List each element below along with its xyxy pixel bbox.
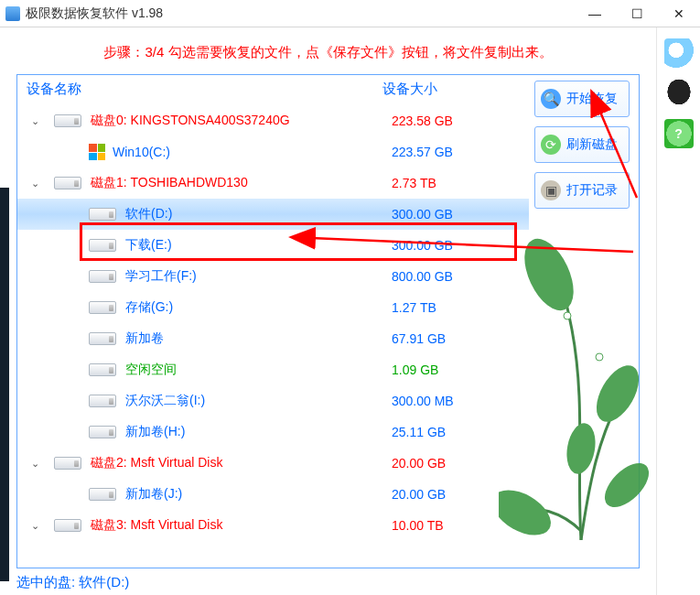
- tree-row[interactable]: 沃尔沃二翁(I:)300.00 MB: [17, 385, 529, 416]
- row-label: 磁盘0: KINGSTONSA400S37240G: [91, 113, 392, 129]
- minimize-button[interactable]: —: [574, 0, 616, 27]
- tree-row[interactable]: ⌄磁盘0: KINGSTONSA400S37240G223.58 GB: [17, 105, 529, 136]
- disk-icon: [89, 488, 116, 501]
- expander-icon: [28, 146, 41, 158]
- disk-icon: [89, 301, 116, 314]
- tree-row[interactable]: 空闲空间1.09 GB: [17, 354, 529, 385]
- row-label: 磁盘2: Msft Virtual Disk: [91, 455, 392, 471]
- tree-row[interactable]: 新加卷(J:)20.00 GB: [17, 479, 529, 510]
- column-device-size[interactable]: 设备大小: [382, 81, 520, 98]
- expander-icon: [28, 239, 41, 252]
- tree-header: 设备名称 设备大小: [17, 75, 529, 103]
- row-label: 空闲空间: [125, 362, 392, 378]
- window-title: 极限数据恢复软件 v1.98: [26, 5, 574, 22]
- row-size: 10.00 TB: [392, 518, 529, 533]
- app-icon: [5, 6, 20, 21]
- windows-logo-icon: [89, 144, 105, 160]
- expander-icon: [28, 208, 41, 221]
- row-size: 800.00 GB: [392, 269, 529, 284]
- row-size: 25.11 GB: [392, 425, 529, 439]
- disk-icon: [54, 457, 81, 470]
- sidebar-qq-icon[interactable]: [664, 79, 694, 108]
- titlebar: 极限数据恢复软件 v1.98 — ☐ ✕: [0, 0, 700, 27]
- expander-icon: [28, 488, 41, 501]
- expander-icon: [28, 332, 41, 345]
- row-label: 下载(E:): [125, 237, 392, 254]
- row-size: 67.91 GB: [392, 331, 529, 346]
- status-bar: 选中的盘: 软件(D:): [0, 568, 656, 595]
- disk-icon: [89, 332, 116, 345]
- sidebar-weibo-icon[interactable]: [664, 38, 694, 68]
- tree-row[interactable]: 软件(D:)300.00 GB: [17, 199, 529, 230]
- main-area: 步骤：3/4 勾选需要恢复的文件，点《保存文件》按钮，将文件复制出来。 设备名称…: [0, 27, 656, 595]
- row-label: 学习工作(F:): [125, 268, 392, 285]
- open-log-button[interactable]: ▣ 打开记录: [534, 172, 630, 209]
- row-size: 20.00 GB: [392, 487, 529, 502]
- refresh-disk-button[interactable]: ⟳ 刷新磁盘: [534, 126, 630, 163]
- start-recover-button[interactable]: 🔍 开始恢复: [534, 81, 630, 117]
- row-size: 1.09 GB: [392, 362, 529, 377]
- right-toolbar: ?: [656, 27, 700, 595]
- tree-row[interactable]: Win10(C:)223.57 GB: [17, 136, 529, 168]
- expander-icon[interactable]: ⌄: [28, 519, 41, 532]
- row-label: 存储(G:): [125, 299, 392, 316]
- disk-icon: [89, 395, 116, 407]
- close-button[interactable]: ✕: [658, 0, 700, 27]
- action-column: 🔍 开始恢复 ⟳ 刷新磁盘 ▣ 打开记录: [529, 75, 639, 568]
- tree-row[interactable]: 新加卷67.91 GB: [17, 323, 529, 354]
- device-tree-pane: 设备名称 设备大小 ⌄磁盘0: KINGSTONSA400S37240G223.…: [17, 75, 529, 568]
- row-label: 沃尔沃二翁(I:): [125, 393, 392, 409]
- row-size: 1.27 TB: [392, 300, 529, 315]
- row-size: 223.58 GB: [392, 114, 529, 128]
- row-size: 300.00 GB: [392, 207, 529, 222]
- disk-icon: [54, 519, 81, 532]
- refresh-disk-label: 刷新磁盘: [566, 136, 618, 153]
- column-device-name[interactable]: 设备名称: [27, 81, 382, 98]
- row-label: 新加卷(J:): [125, 486, 392, 503]
- sidebar-help-icon[interactable]: ?: [664, 119, 694, 148]
- row-size: 20.00 GB: [392, 456, 529, 471]
- disk-icon: [89, 208, 116, 221]
- expander-icon: [28, 301, 41, 314]
- tree-row[interactable]: ⌄磁盘1: TOSHIBAHDWD1302.73 TB: [17, 168, 529, 199]
- step-info: 步骤：3/4 勾选需要恢复的文件，点《保存文件》按钮，将文件复制出来。: [0, 27, 656, 74]
- row-label: 新加卷: [125, 330, 392, 347]
- expander-icon: [28, 363, 41, 376]
- row-label: 磁盘3: Msft Virtual Disk: [91, 517, 392, 534]
- row-label: Win10(C:): [113, 145, 392, 159]
- disk-icon: [54, 177, 81, 189]
- tree-body[interactable]: ⌄磁盘0: KINGSTONSA400S37240G223.58 GBWin10…: [17, 103, 529, 568]
- tree-row[interactable]: 存储(G:)1.27 TB: [17, 292, 529, 323]
- tree-row[interactable]: ⌄磁盘3: Msft Virtual Disk10.00 TB: [17, 510, 529, 541]
- maximize-button[interactable]: ☐: [616, 0, 658, 27]
- disk-icon: [89, 239, 116, 252]
- disk-icon: [89, 426, 116, 438]
- row-size: 300.00 MB: [392, 394, 529, 408]
- expander-icon: [28, 270, 41, 283]
- expander-icon[interactable]: ⌄: [28, 177, 41, 189]
- disk-icon: [89, 363, 116, 376]
- tree-row[interactable]: 学习工作(F:)800.00 GB: [17, 261, 529, 292]
- open-log-label: 打开记录: [566, 182, 618, 199]
- row-size: 2.73 TB: [392, 176, 529, 190]
- tree-row[interactable]: 下载(E:)300.00 GB: [17, 230, 529, 261]
- row-label: 软件(D:): [125, 206, 392, 222]
- row-size: 223.57 GB: [392, 145, 529, 159]
- expander-icon: [28, 426, 41, 438]
- camera-icon: ▣: [541, 180, 561, 200]
- panel: 设备名称 设备大小 ⌄磁盘0: KINGSTONSA400S37240G223.…: [16, 74, 640, 568]
- start-recover-label: 开始恢复: [566, 91, 618, 107]
- disk-icon: [54, 114, 81, 127]
- row-label: 新加卷(H:): [125, 424, 392, 440]
- refresh-icon: ⟳: [541, 135, 561, 155]
- row-size: 300.00 GB: [392, 238, 529, 253]
- expander-icon[interactable]: ⌄: [28, 457, 41, 470]
- expander-icon: [28, 395, 41, 407]
- expander-icon[interactable]: ⌄: [28, 114, 41, 127]
- tree-row[interactable]: 新加卷(H:)25.11 GB: [17, 416, 529, 448]
- disk-icon: [89, 270, 116, 283]
- magnifier-icon: 🔍: [541, 89, 561, 109]
- tree-row[interactable]: ⌄磁盘2: Msft Virtual Disk20.00 GB: [17, 448, 529, 479]
- row-label: 磁盘1: TOSHIBAHDWD130: [91, 175, 392, 191]
